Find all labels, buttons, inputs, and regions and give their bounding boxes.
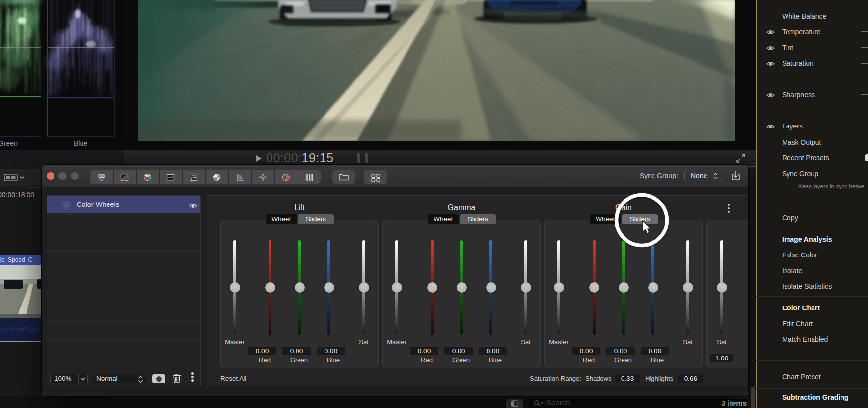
svg-text:Blue: Blue bbox=[74, 139, 87, 147]
svg-text:Green: Green bbox=[0, 139, 18, 147]
